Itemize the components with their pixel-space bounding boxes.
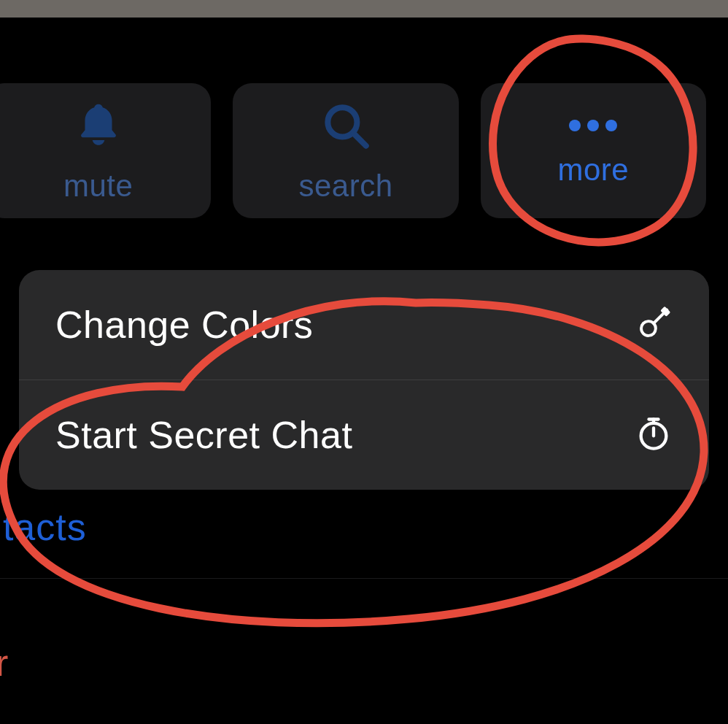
bell-icon	[71, 99, 125, 155]
svg-point-4	[605, 120, 617, 131]
divider	[0, 578, 728, 579]
mute-button[interactable]: mute	[0, 83, 211, 218]
svg-line-1	[354, 133, 366, 145]
menu-item-change-colors[interactable]: Change Colors	[19, 270, 709, 380]
paintbrush-icon	[635, 304, 673, 345]
more-icon	[562, 115, 624, 139]
mute-label: mute	[63, 169, 133, 204]
shared-contacts-link-fragment[interactable]: ntacts	[0, 505, 87, 549]
more-button[interactable]: more	[481, 83, 706, 218]
profile-action-row: mute search more	[0, 83, 706, 218]
more-menu: Change Colors Start Secret Chat	[19, 270, 709, 490]
block-user-link-fragment[interactable]: r	[0, 641, 9, 685]
window-titlebar	[0, 0, 728, 18]
svg-point-2	[569, 120, 581, 131]
more-label: more	[557, 153, 629, 188]
menu-item-start-secret-chat[interactable]: Start Secret Chat	[19, 380, 709, 490]
timer-icon	[635, 415, 673, 455]
menu-item-label: Start Secret Chat	[55, 413, 352, 457]
svg-point-3	[587, 120, 599, 131]
search-button[interactable]: search	[233, 83, 458, 218]
search-icon	[319, 99, 373, 155]
menu-item-label: Change Colors	[55, 303, 313, 347]
search-label: search	[298, 169, 392, 204]
